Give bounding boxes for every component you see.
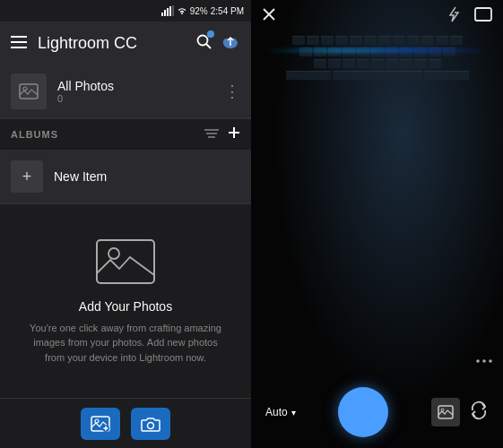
camera-bottom-bar: Auto ▾: [251, 376, 503, 448]
camera-viewfinder: [251, 32, 503, 376]
svg-rect-6: [11, 41, 27, 43]
time-text: 2:54 PM: [211, 6, 244, 16]
new-item-plus-icon: +: [11, 160, 43, 193]
camera-square-icon: [474, 7, 492, 22]
new-item-row[interactable]: + New Item: [0, 150, 251, 204]
camera-top-bar: [251, 0, 503, 32]
svg-rect-5: [11, 36, 27, 38]
svg-rect-16: [20, 84, 38, 99]
camera-icon: [141, 416, 160, 432]
close-x-icon: [262, 7, 276, 22]
top-bar-icons: [195, 33, 240, 53]
battery-text: 92%: [190, 6, 208, 16]
all-photos-row[interactable]: All Photos 0 ⋮: [0, 65, 251, 119]
camera-right-buttons: [431, 398, 489, 426]
new-item-label: New Item: [54, 169, 107, 184]
bottom-bar: [0, 398, 251, 448]
right-panel: Auto ▾: [251, 0, 503, 448]
search-svg: [195, 33, 212, 49]
status-icons: 92% 2:54 PM: [161, 5, 244, 16]
camera-close-icon[interactable]: [262, 7, 276, 25]
svg-rect-3: [169, 6, 171, 16]
camera-mode-icon[interactable]: [474, 7, 492, 25]
svg-point-34: [476, 359, 480, 363]
empty-state: Add Your Photos You're one click away fr…: [0, 204, 251, 398]
svg-point-30: [148, 422, 154, 428]
svg-rect-4: [172, 5, 174, 16]
svg-point-26: [95, 419, 99, 423]
chevron-down-icon: ▾: [291, 408, 296, 418]
empty-state-title: Add Your Photos: [79, 299, 172, 314]
signal-icon: [161, 5, 174, 16]
camera-ui: Auto ▾: [251, 0, 503, 448]
empty-state-icon: [94, 237, 157, 287]
all-photos-count: 0: [57, 93, 224, 104]
svg-rect-33: [475, 8, 491, 21]
albums-icons: [204, 126, 240, 142]
camera-switch-icon[interactable]: [469, 401, 489, 425]
empty-state-description: You're one click away from crafting amaz…: [27, 321, 224, 366]
svg-line-9: [206, 44, 211, 48]
svg-point-38: [441, 409, 444, 411]
camera-button[interactable]: [131, 408, 170, 440]
shutter-button[interactable]: [338, 387, 388, 437]
svg-point-17: [23, 87, 27, 90]
import-button[interactable]: [81, 408, 120, 440]
flash-bolt-icon: [447, 6, 460, 22]
top-bar: Lightroom CC: [0, 22, 251, 65]
svg-rect-7: [11, 47, 27, 48]
camera-top-right-icons: [447, 6, 492, 26]
svg-rect-1: [164, 10, 166, 16]
plus-symbol: +: [22, 168, 32, 185]
all-photos-info: All Photos 0: [57, 79, 224, 104]
status-bar: 92% 2:54 PM: [0, 0, 251, 22]
gallery-thumbnail-icon: [438, 405, 454, 419]
plus-icon: [228, 126, 240, 139]
photo-thumbnail: [11, 73, 47, 109]
cloud-icon[interactable]: [221, 34, 240, 52]
svg-point-35: [482, 359, 486, 363]
rotate-camera-icon: [469, 401, 489, 420]
svg-point-36: [489, 359, 492, 363]
cloud-svg: [221, 34, 240, 48]
sort-icon[interactable]: [204, 127, 219, 142]
hamburger-icon[interactable]: [11, 34, 27, 53]
svg-rect-0: [161, 13, 163, 16]
flash-icon[interactable]: [447, 6, 460, 26]
auto-mode-selector[interactable]: Auto ▾: [265, 406, 296, 418]
wifi-icon: [177, 6, 187, 15]
svg-point-24: [108, 248, 119, 259]
svg-point-8: [198, 36, 208, 46]
menu-lines: [11, 36, 27, 48]
camera-gallery-button[interactable]: [431, 398, 460, 426]
add-photos-icon: [94, 237, 157, 287]
sort-lines-icon: [204, 128, 219, 139]
notification-dot: [207, 31, 213, 38]
add-album-icon[interactable]: [228, 126, 240, 142]
albums-label: ALBUMS: [11, 129, 204, 140]
all-photos-title: All Photos: [57, 79, 224, 93]
svg-rect-2: [167, 8, 169, 16]
albums-header: ALBUMS: [0, 119, 251, 150]
all-photos-more-icon[interactable]: ⋮: [224, 82, 240, 101]
left-panel: 92% 2:54 PM Lightroom CC: [0, 0, 251, 448]
app-title: Lightroom CC: [38, 34, 185, 53]
gallery-import-icon: [91, 416, 110, 432]
three-dots-icon: [476, 359, 492, 363]
auto-label: Auto: [265, 406, 288, 418]
search-icon[interactable]: [195, 33, 212, 53]
svg-point-10: [207, 31, 213, 38]
image-icon: [19, 83, 39, 99]
camera-more-icon[interactable]: [476, 349, 492, 367]
